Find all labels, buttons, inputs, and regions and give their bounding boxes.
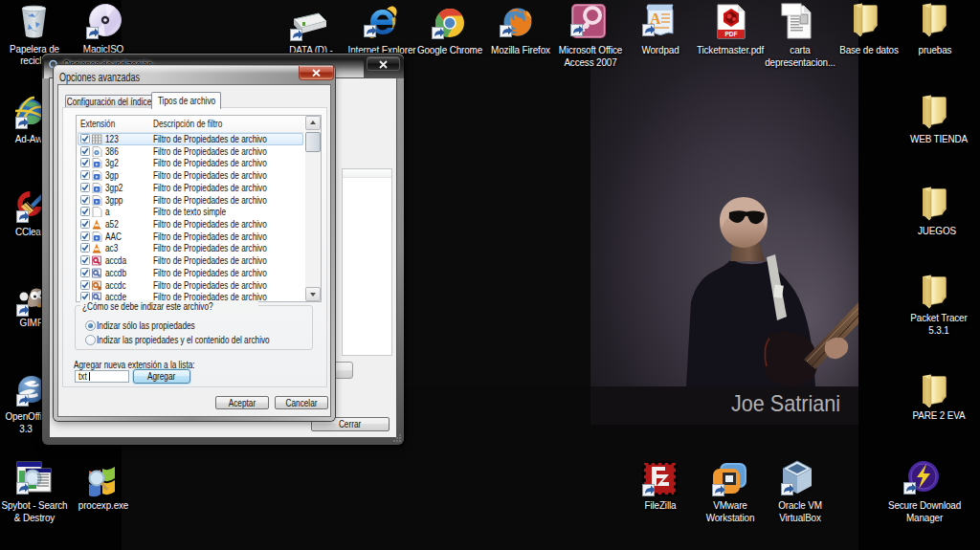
svg-text:Joe Satriani: Joe Satriani <box>731 390 840 416</box>
svg-text:PDF: PDF <box>725 31 738 37</box>
